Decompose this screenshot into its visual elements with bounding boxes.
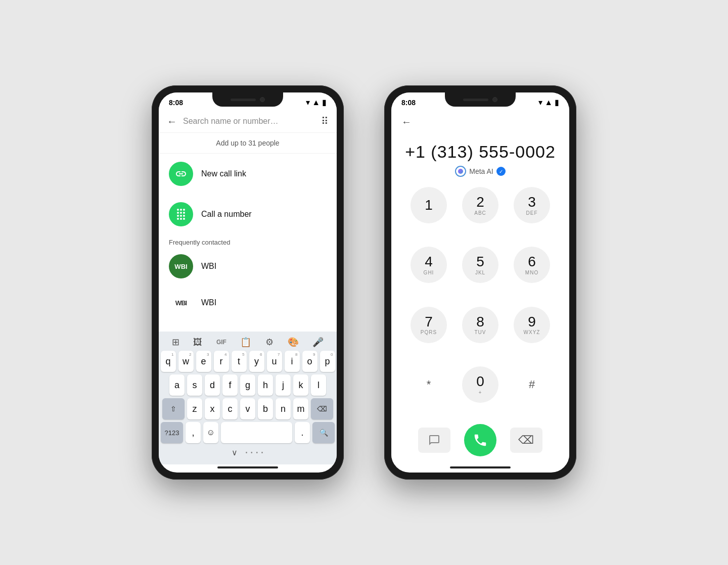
call-button[interactable] (464, 424, 496, 456)
key-s[interactable]: s (187, 374, 202, 396)
search-bar[interactable]: ← Search name or number… ⠿ (159, 110, 337, 133)
nav-chevron[interactable]: ∨ (232, 448, 238, 457)
keyboard-row-1: 1q 2w 3e 4r 5t 6y 7u 8i 9o 0p (161, 351, 335, 372)
camera-1 (260, 97, 265, 102)
message-icon (428, 434, 440, 446)
keyboard-theme-icon[interactable]: 🎨 (288, 337, 299, 348)
key-q[interactable]: 1q (161, 351, 176, 372)
dial-key-7-num: 7 (425, 314, 433, 330)
key-a[interactable]: a (169, 374, 185, 396)
key-j[interactable]: j (276, 374, 291, 396)
contact-wbi-text[interactable]: WBI WBI (159, 285, 337, 321)
back-arrow-2[interactable]: ← (401, 110, 559, 132)
keyboard-toolbar: ⊞ 🖼 GIF 📋 ⚙ 🎨 🎤 (161, 335, 335, 351)
key-n[interactable]: n (276, 398, 291, 419)
keyboard-settings-icon[interactable]: ⚙ (265, 337, 274, 348)
key-f[interactable]: f (222, 374, 238, 396)
key-numeric[interactable]: ?123 (161, 422, 183, 443)
camera-2 (492, 97, 497, 102)
nav-dots: • • • • (246, 450, 264, 455)
dial-key-0-num: 0 (476, 374, 484, 390)
backspace-icon[interactable]: ⌫ (518, 434, 534, 447)
phone-screen-2: 8:08 ▾ ▲ ▮ ← +1 (313) 555-0002 Meta AI ✓ (391, 92, 569, 473)
phone-icon (473, 433, 488, 448)
new-call-link-label: New call link (201, 169, 246, 178)
keyboard-grid-icon[interactable]: ⊞ (172, 337, 179, 348)
key-x[interactable]: x (205, 398, 220, 419)
phone-2: 8:08 ▾ ▲ ▮ ← +1 (313) 555-0002 Meta AI ✓ (384, 85, 576, 480)
key-p[interactable]: 0p (320, 351, 335, 372)
dial-key-9[interactable]: 9 WXYZ (514, 307, 550, 343)
dial-key-8-num: 8 (476, 314, 484, 330)
key-e[interactable]: 3e (196, 351, 211, 372)
key-l[interactable]: l (311, 374, 326, 396)
add-people-text: Add up to 31 people (159, 133, 337, 154)
phone-notch-1 (212, 92, 283, 107)
key-h[interactable]: h (258, 374, 273, 396)
link-icon (175, 168, 187, 180)
dial-action-right[interactable]: ⌫ (510, 428, 542, 453)
wifi-icon-2: ▾ (538, 98, 542, 107)
key-m[interactable]: m (293, 398, 308, 419)
dial-key-0[interactable]: 0 + (462, 366, 498, 403)
back-arrow-1[interactable]: ← (167, 116, 177, 127)
dial-key-2[interactable]: 2 ABC (462, 187, 498, 223)
dial-key-4[interactable]: 4 GHI (411, 247, 447, 283)
key-v[interactable]: v (240, 398, 255, 419)
key-emoji[interactable]: ☺ (203, 422, 218, 443)
dial-key-star[interactable]: * (411, 366, 447, 403)
contact-wbi-green[interactable]: WBI WBI (159, 248, 337, 285)
key-backspace[interactable]: ⌫ (311, 398, 333, 419)
key-d[interactable]: d (205, 374, 220, 396)
screen-content-1: Add up to 31 people New call link (159, 133, 337, 332)
status-time-1: 8:08 (169, 99, 183, 107)
key-b[interactable]: b (258, 398, 273, 419)
call-a-number-label: Call a number (201, 210, 252, 219)
key-u[interactable]: 7u (267, 351, 282, 372)
dial-key-6[interactable]: 6 MNO (514, 247, 550, 283)
key-shift[interactable]: ⇧ (162, 398, 185, 419)
dial-key-8-alpha: TUV (475, 329, 486, 335)
phone-screen-1: 8:08 ▾ ▲ ▮ ← Search name or number… ⠿ Ad… (159, 92, 337, 473)
key-k[interactable]: k (293, 374, 308, 396)
dial-key-hash[interactable]: # (514, 366, 550, 403)
key-z[interactable]: z (187, 398, 202, 419)
meta-ai-icon (455, 166, 466, 177)
dial-key-hash-sym: # (529, 378, 535, 391)
gif-button[interactable]: GIF (216, 339, 226, 346)
key-period[interactable]: . (295, 422, 310, 443)
meta-ai-label: Meta AI (469, 167, 493, 175)
dial-key-8[interactable]: 8 TUV (462, 307, 498, 343)
dialpad-grid: 1 2 ABC 3 DEF 4 GHI (401, 187, 559, 419)
keyboard-row-2: a s d f g h j k l (161, 374, 335, 396)
key-search[interactable]: 🔍 (312, 422, 335, 443)
key-o[interactable]: 9o (302, 351, 317, 372)
dial-action-left[interactable] (418, 428, 450, 453)
key-g[interactable]: g (240, 374, 255, 396)
keyboard-clipboard-icon[interactable]: 📋 (240, 337, 251, 348)
keyboard-mic-icon[interactable]: 🎤 (312, 337, 324, 348)
call-a-number-item[interactable]: Call a number (159, 194, 337, 234)
key-t[interactable]: 5t (232, 351, 247, 372)
new-call-link-item[interactable]: New call link (159, 154, 337, 194)
phone-notch-2 (445, 92, 516, 107)
key-space[interactable] (221, 422, 292, 443)
dialpad-icon (175, 208, 187, 220)
dial-action-row: ⌫ (401, 419, 559, 464)
dial-key-7[interactable]: 7 PQRS (411, 307, 447, 343)
dial-key-1[interactable]: 1 (411, 187, 447, 223)
meta-ai-inner (458, 169, 463, 174)
key-y[interactable]: 6y (249, 351, 264, 372)
dial-key-3[interactable]: 3 DEF (514, 187, 550, 223)
key-r[interactable]: 4r (214, 351, 229, 372)
dial-key-2-num: 2 (476, 195, 484, 210)
key-i[interactable]: 8i (285, 351, 300, 372)
search-input[interactable]: Search name or number… (183, 117, 315, 126)
dial-key-star-sym: * (427, 378, 431, 391)
key-comma[interactable]: , (186, 422, 201, 443)
key-c[interactable]: c (222, 398, 238, 419)
dial-key-5[interactable]: 5 JKL (462, 247, 498, 283)
keyboard-sticker-icon[interactable]: 🖼 (193, 337, 202, 348)
key-w[interactable]: 2w (178, 351, 194, 372)
dial-icon[interactable]: ⠿ (321, 115, 329, 127)
